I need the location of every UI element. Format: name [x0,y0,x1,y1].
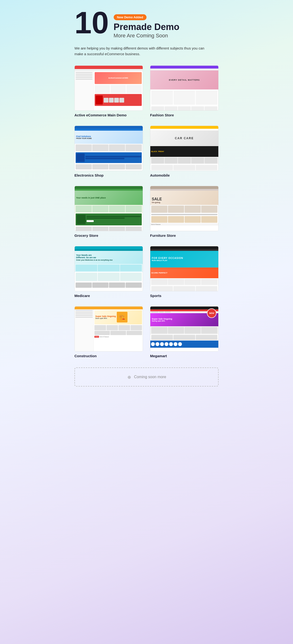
demo-thumbnail-megamart[interactable]: NEW Super Sale Ongoing Saving upto 60% [150,306,219,352]
spinner-icon [127,374,132,379]
demo-item-sports: FOR EVERY OCCASION RUN WALK PLAY SCORE P… [150,246,219,298]
demo-thumbnail-medicare[interactable]: Your Needs are Different. So are we Orde… [74,246,143,291]
new-demo-badge: New Demo Added [114,14,146,20]
demo-item-automobile: CAR CARE BLACK FRIDAY [150,126,219,177]
demo-label-automobile: Automobile [150,173,219,177]
demo-label-grocery: Grocery Store [74,234,143,238]
demo-item-fashion: EVERY DETAIL MATTERS Fashion S [150,66,219,117]
demo-grid: ActiveCommerceCMS [74,66,219,358]
demo-thumbnail-grocery[interactable]: Your needs in just ONE place [74,186,143,231]
demo-label-furniture: Furniture Store [150,234,219,238]
hero-number: 10 [74,7,109,38]
demo-label-megamart: Megamart [150,354,219,358]
demo-item-megamart: NEW Super Sale Ongoing Saving upto 60% [150,306,219,358]
demo-label-fashion: Fashion Store [150,113,219,117]
demo-thumbnail-fashion[interactable]: EVERY DETAIL MATTERS [150,66,219,111]
demo-thumbnail-automobile[interactable]: CAR CARE BLACK FRIDAY [150,126,219,171]
hero-section: 10 New Demo Added Premade Demo More Are … [74,10,219,39]
coming-soon-box: Coming soon more [74,368,219,386]
page-wrapper: 10 New Demo Added Premade Demo More Are … [61,0,232,401]
demo-item-electronics: Find Solutions FROM YOUR HOME [74,126,143,177]
demo-thumbnail-main-demo[interactable]: ActiveCommerceCMS [74,66,143,111]
hero-title: Premade Demo [114,22,180,32]
new-badge: NEW [207,308,216,318]
demo-thumbnail-furniture[interactable]: SALE On-going [150,186,219,231]
demo-label-electronics: Electronics Shop [74,173,143,177]
demo-item-main-demo: ActiveCommerceCMS [74,66,143,117]
hero-text: New Demo Added Premade Demo More Are Com… [114,10,180,39]
demo-label-construction: Construction [74,354,143,358]
demo-label-medicare: Medicare [74,294,143,298]
demo-item-grocery: Your needs in just ONE place [74,186,143,238]
demo-thumbnail-electronics[interactable]: Find Solutions FROM YOUR HOME [74,126,143,171]
demo-thumbnail-sports[interactable]: FOR EVERY OCCASION RUN WALK PLAY SCORE P… [150,246,219,291]
demo-label-main-demo: Active eCommerce Main Demo [74,113,143,117]
demo-item-medicare: Your Needs are Different. So are we Orde… [74,246,143,298]
demo-thumbnail-construction[interactable]: Super Sale Ongoing Save upto 50% 🏗️ [74,306,143,352]
demo-item-construction: Super Sale Ongoing Save upto 50% 🏗️ [74,306,143,358]
coming-soon-content: Coming soon more [80,374,213,379]
hero-description: We are helping you by making different d… [74,46,212,57]
hero-subtitle: More Are Coming Soon [114,32,180,39]
coming-soon-label: Coming soon more [134,375,166,379]
demo-label-sports: Sports [150,294,219,298]
demo-item-furniture: SALE On-going [150,186,219,238]
